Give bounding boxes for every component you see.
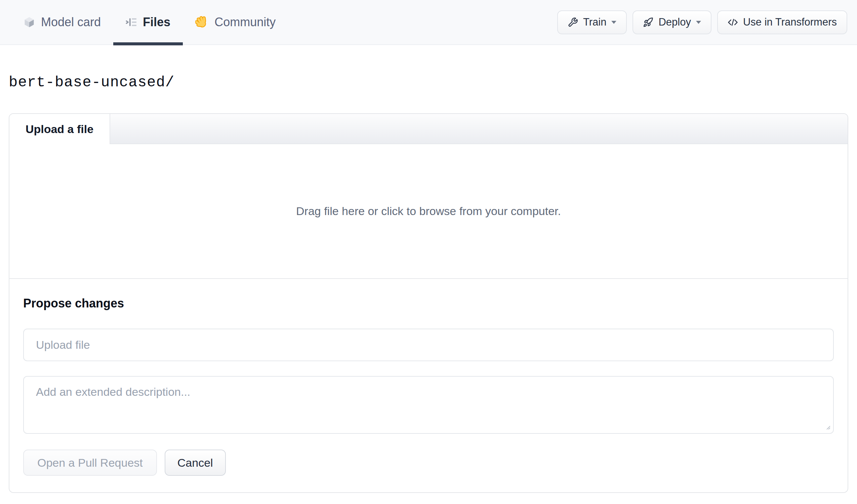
repo-action-buttons: Train Deploy Use in Transformers xyxy=(557,11,847,34)
tab-model-card[interactable]: Model card xyxy=(11,0,113,45)
active-tab-underline xyxy=(113,42,183,45)
open-pull-request-button[interactable]: Open a Pull Request xyxy=(23,450,157,476)
tab-label: Files xyxy=(143,15,170,29)
cube-icon xyxy=(23,16,35,28)
caret-down-icon xyxy=(696,21,701,24)
use-in-transformers-button[interactable]: Use in Transformers xyxy=(717,11,847,34)
files-icon xyxy=(126,16,137,28)
deploy-button[interactable]: Deploy xyxy=(633,11,711,34)
repo-tab-bar: Model card Files xyxy=(0,0,857,45)
train-button[interactable]: Train xyxy=(557,11,627,34)
hand-icon xyxy=(195,15,209,29)
description-field-wrapper xyxy=(23,376,834,434)
tab-upload-a-file[interactable]: Upload a file xyxy=(10,114,110,144)
tab-label: Model card xyxy=(41,15,101,29)
upload-card-header: Upload a file xyxy=(10,114,847,144)
propose-changes-section: Propose changes Open a Pull Request Canc… xyxy=(10,278,847,492)
propose-changes-heading: Propose changes xyxy=(23,296,834,310)
tab-community[interactable]: Community xyxy=(183,0,288,45)
file-dropzone[interactable]: Drag file here or click to browse from y… xyxy=(10,144,847,278)
wrench-icon xyxy=(568,17,578,28)
tab-label: Community xyxy=(214,15,275,29)
cancel-button[interactable]: Cancel xyxy=(165,450,226,476)
tab-files[interactable]: Files xyxy=(113,0,183,45)
rocket-icon xyxy=(643,17,653,28)
form-buttons: Open a Pull Request Cancel xyxy=(23,450,834,476)
breadcrumb[interactable]: bert-base-uncased/ xyxy=(9,74,848,91)
dropzone-hint-text: Drag file here or click to browse from y… xyxy=(296,205,561,218)
upload-file-input[interactable] xyxy=(23,329,834,361)
code-icon xyxy=(728,17,738,28)
caret-down-icon xyxy=(611,21,616,24)
upload-card-header-filler xyxy=(110,114,847,144)
upload-file-card: Upload a file Drag file here or click to… xyxy=(9,113,848,493)
extended-description-textarea[interactable] xyxy=(23,376,834,434)
